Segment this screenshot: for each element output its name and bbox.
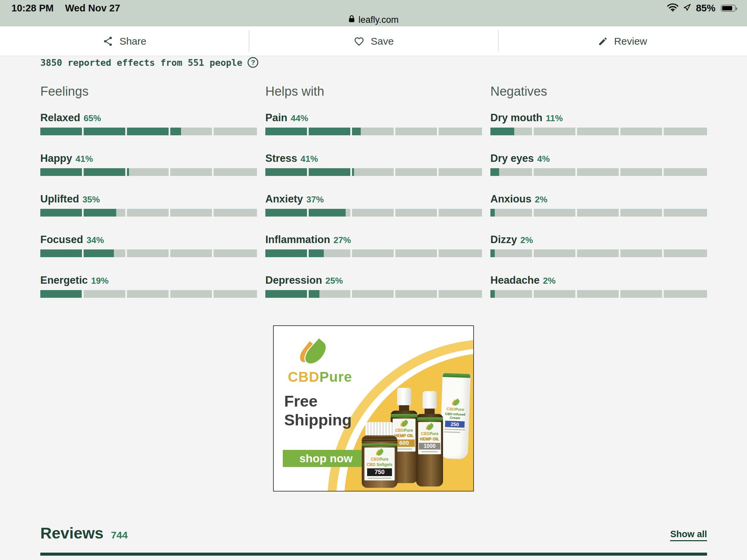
effect-row: Anxious2% [490,193,707,217]
effect-name: Relaxed [40,112,80,124]
pencil-icon [598,36,608,46]
ad-product-softgels-750: CBDPure CBD Softgels 750 [362,422,397,488]
bar-seam [575,209,577,217]
effect-bar [40,168,257,176]
effects-summary-text: 3850 reported effects from 551 people [40,57,242,68]
effect-bar [490,209,707,217]
battery-percent: 85% [696,3,716,14]
effect-bar [265,209,482,217]
review-label: Review [614,35,647,47]
share-button[interactable]: Share [0,27,249,56]
effect-percent: 41% [301,154,318,164]
bar-seam [394,128,395,135]
bar-seam [532,128,534,135]
bar-seam [575,168,577,176]
effect-percent: 4% [537,154,550,164]
effect-name: Anxiety [265,193,303,205]
bar-seam [82,128,84,135]
bar-seam [350,249,352,257]
effect-percent: 34% [86,235,104,245]
bar-seam [350,168,352,176]
effect-percent: 27% [334,235,351,245]
effect-row: Relaxed65% [40,111,257,135]
effect-name: Stress [265,153,297,164]
ad-brand-pure: Pure [319,369,352,385]
effect-name: Dry mouth [490,112,542,124]
effect-row: Depression25% [265,274,482,298]
bar-seam [619,168,620,176]
product-amount: 250 [445,421,465,428]
bar-seam [125,128,127,135]
bar-seam [662,249,664,257]
address-bar[interactable]: leafly.com [0,14,747,26]
bar-seam [619,249,620,257]
review-button[interactable]: Review [498,27,747,56]
effect-row: Happy41% [40,152,257,176]
effect-bar [490,290,707,298]
bar-seam [394,168,395,176]
effect-bar-fill [490,249,495,257]
effect-percent: 19% [91,276,108,286]
cbdpure-drop-icon [401,419,407,427]
effect-bar-fill [490,128,514,135]
product-amount: 750 [367,468,392,476]
effect-bar [265,249,482,257]
effect-bar-fill [40,249,114,257]
bar-seam [532,168,534,176]
effect-percent: 65% [84,113,101,123]
effect-label: Stress41% [265,152,482,165]
effect-bar [40,290,257,298]
cbdpure-logo: CBDPure [288,334,352,385]
effect-name: Dizzy [490,234,517,245]
save-button[interactable]: Save [249,27,498,56]
bar-seam [350,128,352,135]
effect-name: Anxious [490,193,531,205]
product-amount: 1000 [419,443,440,450]
tube-cap-band [443,373,470,378]
dropper-cap [422,391,437,408]
effects-summary: 3850 reported effects from 551 people ? [40,57,258,68]
effect-bar-fill [265,168,354,176]
effect-label: Inflammation27% [265,233,482,246]
reviews-tab-underline [40,553,707,556]
ad-headline-line2: Shipping [284,410,352,429]
bar-seam [125,209,127,217]
effects-columns: FeelingsRelaxed65%Happy41%Uplifted35%Foc… [40,84,707,315]
effect-percent: 25% [326,276,343,286]
battery-icon [721,5,736,12]
effect-name: Pain [265,112,287,124]
product-name: CBD Softgels [364,462,395,467]
bar-seam [662,128,664,135]
effects-column-helps-with: Helps withPain44%Stress41%Anxiety37%Infl… [265,84,482,315]
bar-seam [125,290,127,298]
bar-seam [169,128,170,135]
advertisement[interactable]: CBDPure Free Shipping shop now CBDPure C… [273,325,474,491]
bar-seam [212,249,214,257]
lock-icon [348,15,355,25]
bar-seam [169,168,170,176]
effects-column-feelings: FeelingsRelaxed65%Happy41%Uplifted35%Foc… [40,84,257,315]
cbdpure-drop-icon [377,448,383,456]
effect-name: Depression [265,274,322,286]
effect-bar-fill [40,290,82,298]
bar-seam [169,249,170,257]
effect-row: Anxiety37% [265,193,482,217]
bar-seam [125,168,127,176]
effect-row: Inflammation27% [265,233,482,257]
product-name: HEMP OIL [418,437,441,442]
show-all-link[interactable]: Show all [670,529,707,541]
effect-bar [40,249,257,257]
help-icon[interactable]: ? [248,57,258,68]
effect-bar-fill [265,209,345,217]
effect-percent: 41% [76,154,93,164]
effect-bar-fill [40,209,116,217]
column-title: Negatives [490,84,707,99]
effect-name: Inflammation [265,234,330,245]
effect-bar-fill [40,128,181,135]
bar-seam [619,209,620,217]
bar-seam [212,168,214,176]
bar-seam [662,290,664,298]
effect-name: Happy [40,153,72,164]
shop-now-button[interactable]: shop now [283,450,369,467]
bar-seam [437,249,439,257]
